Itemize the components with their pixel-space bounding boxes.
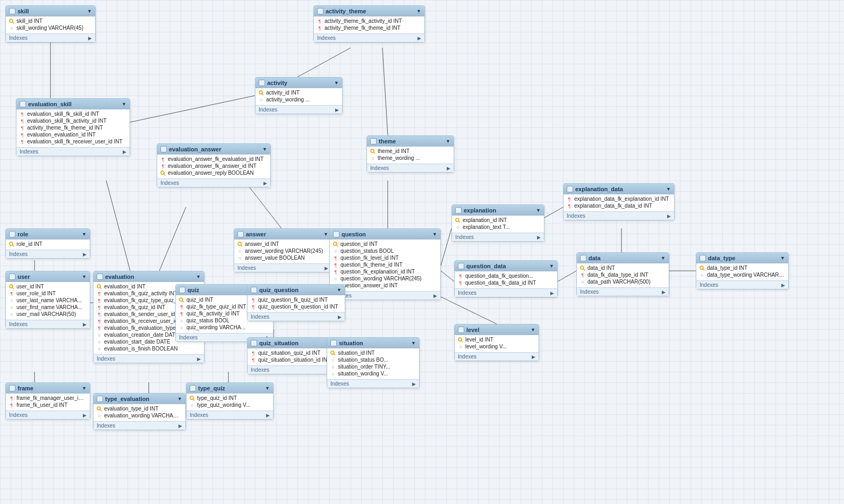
expand-button[interactable]: ▼ xyxy=(323,232,328,237)
indexes-section[interactable]: Indexes▶ xyxy=(455,352,539,361)
indexes-expand-icon[interactable]: ▶ xyxy=(338,314,342,320)
table-header-quiz_question[interactable]: quiz_question▼ xyxy=(248,285,345,295)
table-header-type_evaluation[interactable]: type_evaluation▼ xyxy=(93,394,185,404)
expand-button[interactable]: ▼ xyxy=(549,263,554,269)
indexes-section[interactable]: Indexes▶ xyxy=(6,250,90,258)
indexes-expand-icon[interactable]: ▶ xyxy=(263,181,267,186)
table-header-evaluation_skill[interactable]: evaluation_skill▼ xyxy=(16,99,130,109)
indexes-expand-icon[interactable]: ▶ xyxy=(447,166,450,171)
table-header-evaluation[interactable]: evaluation▼ xyxy=(93,271,204,282)
indexes-section[interactable]: Indexes▶ xyxy=(186,411,273,419)
table-explanation[interactable]: explanation▼explanation_id INT○explanati… xyxy=(451,204,544,242)
indexes-expand-icon[interactable]: ▶ xyxy=(433,293,437,298)
table-evaluation_skill[interactable]: evaluation_skill▼¶evaluation_skill_fk_sk… xyxy=(16,98,130,156)
indexes-expand-icon[interactable]: ▶ xyxy=(335,107,339,113)
indexes-expand-icon[interactable]: ▶ xyxy=(537,235,541,240)
indexes-expand-icon[interactable]: ▶ xyxy=(178,423,182,429)
indexes-section[interactable]: Indexes▶ xyxy=(234,263,331,272)
indexes-section[interactable]: Indexes▶ xyxy=(564,211,674,220)
expand-button[interactable]: ▼ xyxy=(82,386,87,391)
table-header-frame[interactable]: frame▼ xyxy=(6,383,90,394)
table-theme[interactable]: theme▼theme_id INT○theme_wording ...Inde… xyxy=(366,135,454,173)
table-user[interactable]: user▼user_id INT¶user_role_id INT○user_l… xyxy=(5,271,90,329)
table-skill[interactable]: skill▼skill_id INT○skill_wording VARCHAR… xyxy=(5,5,96,42)
expand-button[interactable]: ▼ xyxy=(82,274,87,279)
expand-button[interactable]: ▼ xyxy=(661,255,666,261)
indexes-section[interactable]: Indexes▶ xyxy=(93,421,185,430)
expand-button[interactable]: ▼ xyxy=(666,186,671,192)
indexes-section[interactable]: Indexes▶ xyxy=(255,105,342,114)
table-header-skill[interactable]: skill▼ xyxy=(6,6,95,16)
expand-button[interactable]: ▼ xyxy=(177,396,182,402)
table-header-role[interactable]: role▼ xyxy=(6,229,90,240)
table-header-explanation_data[interactable]: explanation_data▼ xyxy=(564,184,674,194)
indexes-section[interactable]: Indexes▶ xyxy=(248,312,345,321)
expand-button[interactable]: ▼ xyxy=(87,8,92,14)
indexes-section[interactable]: Indexes▶ xyxy=(314,33,424,42)
expand-button[interactable]: ▼ xyxy=(432,232,437,237)
indexes-expand-icon[interactable]: ▶ xyxy=(550,291,554,296)
indexes-expand-icon[interactable]: ▶ xyxy=(781,283,785,288)
expand-button[interactable]: ▼ xyxy=(337,287,342,293)
table-header-question_data[interactable]: question_data▼ xyxy=(455,261,557,271)
expand-button[interactable]: ▼ xyxy=(196,274,201,279)
indexes-section[interactable]: Indexes▶ xyxy=(577,287,669,296)
table-quiz_question[interactable]: quiz_question▼¶quiz_question_fk_quiz_id … xyxy=(247,284,345,321)
indexes-expand-icon[interactable]: ▶ xyxy=(266,413,270,418)
table-header-question[interactable]: question▼ xyxy=(330,229,440,240)
table-frame[interactable]: frame▼¶frame_fk_manager_user_id INT¶fram… xyxy=(5,382,90,420)
table-header-level[interactable]: level▼ xyxy=(455,324,539,335)
table-header-theme[interactable]: theme▼ xyxy=(367,136,454,147)
table-data_type[interactable]: data_type▼data_type_id INT○data_type_wor… xyxy=(696,252,789,289)
table-header-evaluation_answer[interactable]: evaluation_answer▼ xyxy=(157,144,270,155)
table-header-answer[interactable]: answer▼ xyxy=(234,229,331,240)
indexes-expand-icon[interactable]: ▶ xyxy=(417,36,421,41)
expand-button[interactable]: ▼ xyxy=(82,232,87,237)
table-question_data[interactable]: question_data▼¶question_data_fk_question… xyxy=(454,260,558,297)
indexes-section[interactable]: Indexes▶ xyxy=(330,291,440,300)
indexes-section[interactable]: Indexes▶ xyxy=(6,33,95,42)
indexes-section[interactable]: Indexes▶ xyxy=(452,233,544,241)
expand-button[interactable]: ▼ xyxy=(780,255,785,261)
indexes-expand-icon[interactable]: ▶ xyxy=(667,213,671,219)
indexes-section[interactable]: Indexes▶ xyxy=(16,147,130,156)
indexes-section[interactable]: Indexes▶ xyxy=(157,178,270,187)
table-type_quiz[interactable]: type_quiz▼type_quiz_id INT○type_quiz_wor… xyxy=(186,382,274,420)
table-header-explanation[interactable]: explanation▼ xyxy=(452,205,544,216)
indexes-expand-icon[interactable]: ▶ xyxy=(123,149,126,155)
table-data[interactable]: data▼data_id INT¶data_fk_data_type_id IN… xyxy=(576,252,669,296)
indexes-section[interactable]: Indexes▶ xyxy=(6,411,90,419)
indexes-expand-icon[interactable]: ▶ xyxy=(412,381,416,387)
indexes-expand-icon[interactable]: ▶ xyxy=(662,289,666,295)
table-situation[interactable]: situation▼situation_id INT○situation_sta… xyxy=(327,337,420,388)
expand-button[interactable]: ▼ xyxy=(262,147,267,152)
indexes-expand-icon[interactable]: ▶ xyxy=(325,266,328,271)
table-header-type_quiz[interactable]: type_quiz▼ xyxy=(186,383,273,394)
indexes-section[interactable]: Indexes▶ xyxy=(93,354,204,363)
table-type_evaluation[interactable]: type_evaluation▼evaluation_type_id INT○e… xyxy=(93,393,186,430)
expand-button[interactable]: ▼ xyxy=(411,340,416,346)
expand-button[interactable]: ▼ xyxy=(536,208,541,213)
indexes-section[interactable]: Indexes▶ xyxy=(455,288,557,297)
table-header-activity_theme[interactable]: activity_theme▼ xyxy=(314,6,424,16)
indexes-expand-icon[interactable]: ▶ xyxy=(197,356,201,362)
table-header-activity[interactable]: activity▼ xyxy=(255,78,342,88)
table-answer[interactable]: answer▼answer_id INT○answer_wording VARC… xyxy=(234,228,332,272)
indexes-expand-icon[interactable]: ▶ xyxy=(83,322,87,327)
indexes-expand-icon[interactable]: ▶ xyxy=(83,413,87,418)
expand-button[interactable]: ▼ xyxy=(334,80,339,86)
table-header-data_type[interactable]: data_type▼ xyxy=(696,253,788,263)
indexes-section[interactable]: Indexes▶ xyxy=(327,379,419,388)
indexes-section[interactable]: Indexes▶ xyxy=(6,320,90,328)
table-role[interactable]: role▼role_id INTIndexes▶ xyxy=(5,228,90,259)
table-header-data[interactable]: data▼ xyxy=(577,253,669,263)
table-question[interactable]: question▼question_id INT○question_status… xyxy=(329,228,441,300)
table-evaluation_answer[interactable]: evaluation_answer▼¶evaluation_answer_fk_… xyxy=(157,143,271,187)
indexes-expand-icon[interactable]: ▶ xyxy=(88,36,92,41)
indexes-expand-icon[interactable]: ▶ xyxy=(83,252,87,257)
table-level[interactable]: level▼level_id INT○level_wording V...Ind… xyxy=(454,324,539,361)
table-activity[interactable]: activity▼activity_id INT○activity_wordin… xyxy=(255,77,343,114)
indexes-section[interactable]: Indexes▶ xyxy=(696,280,788,289)
expand-button[interactable]: ▼ xyxy=(265,386,270,391)
indexes-expand-icon[interactable]: ▶ xyxy=(532,354,535,360)
